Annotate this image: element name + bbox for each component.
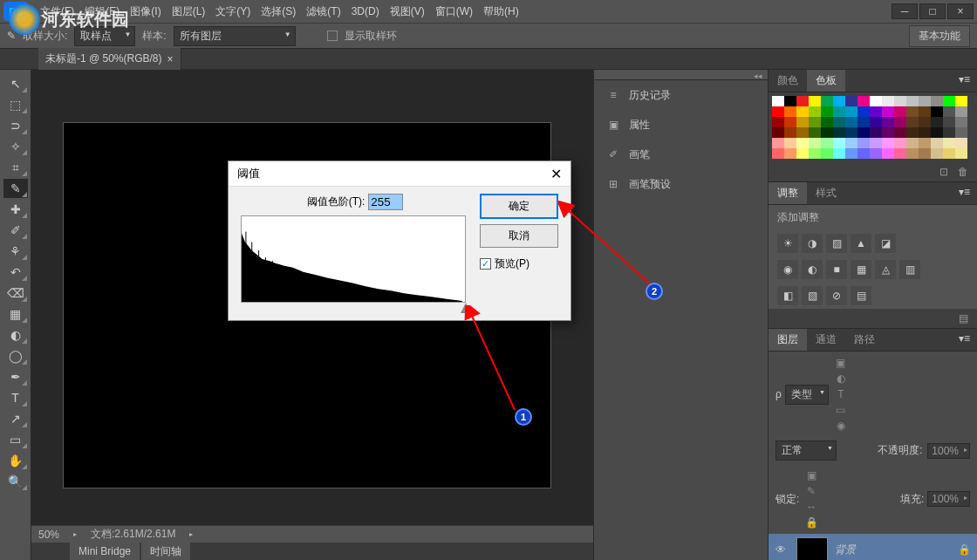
- swatch[interactable]: [845, 106, 857, 117]
- swatch[interactable]: [906, 127, 919, 138]
- app-icon[interactable]: Ps: [3, 2, 28, 21]
- panel-menu-icon[interactable]: ▾≡: [952, 70, 977, 92]
- swatch[interactable]: [784, 138, 796, 148]
- sample-size-dropdown[interactable]: 取样点: [74, 26, 135, 46]
- adjustment-icon[interactable]: ☀: [777, 234, 798, 253]
- window-close-button[interactable]: ×: [947, 3, 974, 19]
- swatch[interactable]: [931, 117, 943, 127]
- adjustment-icon[interactable]: ◑: [802, 234, 823, 253]
- swatch[interactable]: [821, 117, 833, 127]
- swatch[interactable]: [796, 138, 809, 148]
- swatch[interactable]: [821, 138, 833, 148]
- swatch[interactable]: [919, 96, 931, 106]
- adjustment-icon[interactable]: ◐: [802, 260, 823, 279]
- menu-image[interactable]: 图像(I): [125, 4, 166, 19]
- swatch[interactable]: [931, 106, 943, 117]
- pen-tool[interactable]: ✒: [3, 367, 28, 386]
- document-tab[interactable]: 未标题-1 @ 50%(RGB/8) ×: [38, 48, 181, 70]
- menu-file[interactable]: 文件(F): [35, 4, 79, 19]
- swatch[interactable]: [882, 106, 894, 117]
- marquee-tool[interactable]: ⬚: [3, 95, 28, 114]
- swatch[interactable]: [955, 127, 967, 138]
- swatch[interactable]: [796, 148, 809, 159]
- adjustment-icon[interactable]: ▨: [826, 234, 847, 253]
- menu-type[interactable]: 文字(Y): [210, 4, 256, 19]
- tab-layers[interactable]: 图层: [769, 329, 807, 351]
- panel-properties[interactable]: ▣属性: [594, 110, 768, 140]
- swatch[interactable]: [772, 96, 784, 106]
- swatch[interactable]: [857, 138, 870, 148]
- swatch[interactable]: [870, 148, 882, 159]
- opacity-input[interactable]: 100%: [927, 443, 970, 459]
- threshold-input[interactable]: [368, 194, 403, 210]
- adjustment-icon[interactable]: ▥: [899, 260, 920, 279]
- swatch[interactable]: [906, 117, 919, 127]
- menu-filter[interactable]: 滤镜(T): [301, 4, 345, 19]
- swatch[interactable]: [870, 117, 882, 127]
- blend-mode-dropdown[interactable]: 正常: [775, 440, 837, 461]
- swatch[interactable]: [943, 148, 955, 159]
- swatch[interactable]: [796, 106, 809, 117]
- swatch[interactable]: [833, 148, 845, 159]
- swatch[interactable]: [931, 96, 943, 106]
- tab-adjustments[interactable]: 调整: [769, 182, 807, 204]
- gradient-tool[interactable]: ▦: [3, 304, 28, 324]
- layer-visibility-icon[interactable]: 👁: [775, 543, 789, 556]
- swatch[interactable]: [919, 138, 931, 148]
- swatch[interactable]: [919, 106, 931, 117]
- adjustment-icon[interactable]: ▧: [802, 286, 823, 305]
- sample-dropdown[interactable]: 所有图层: [174, 26, 296, 46]
- swatch[interactable]: [894, 138, 906, 148]
- layer-filter-icon[interactable]: ▭: [832, 402, 850, 418]
- swatch[interactable]: [870, 127, 882, 138]
- swatch[interactable]: [882, 117, 894, 127]
- path-tool[interactable]: ↗: [3, 409, 28, 428]
- swatch[interactable]: [796, 117, 809, 127]
- adjustment-menu-icon[interactable]: ▤: [956, 312, 970, 324]
- lock-option-icon[interactable]: ▣: [803, 468, 820, 483]
- hand-tool[interactable]: ✋: [3, 451, 28, 470]
- dodge-tool[interactable]: ◯: [3, 346, 28, 365]
- panel-brush-presets[interactable]: ⊞画笔预设: [594, 169, 768, 199]
- swatch[interactable]: [809, 96, 821, 106]
- layer-filter-icon[interactable]: ◉: [832, 418, 850, 434]
- lock-option-icon[interactable]: ↔: [803, 499, 820, 515]
- swatch[interactable]: [784, 148, 796, 159]
- swatch[interactable]: [870, 138, 882, 148]
- layer-kind-dropdown[interactable]: 类型: [785, 385, 829, 405]
- panel-brush[interactable]: ✐画笔: [594, 140, 768, 169]
- swatch[interactable]: [833, 127, 845, 138]
- adjustment-icon[interactable]: ■: [826, 260, 847, 279]
- swatch[interactable]: [796, 127, 809, 138]
- swatch[interactable]: [870, 106, 882, 117]
- swatch[interactable]: [784, 117, 796, 127]
- collapse-icon[interactable]: ◂◂: [754, 72, 762, 80]
- layer-thumbnail[interactable]: [796, 537, 828, 560]
- lock-option-icon[interactable]: 🔒: [803, 515, 820, 530]
- swatch[interactable]: [931, 138, 943, 148]
- adjustment-icon[interactable]: ▲: [851, 234, 871, 253]
- swatch[interactable]: [894, 127, 906, 138]
- swatch[interactable]: [931, 127, 943, 138]
- shape-tool[interactable]: ▭: [3, 430, 28, 449]
- swatch[interactable]: [955, 117, 967, 127]
- adjustment-icon[interactable]: ▤: [851, 286, 871, 305]
- zoom-tool[interactable]: 🔍: [3, 472, 28, 491]
- swatch[interactable]: [833, 117, 845, 127]
- swatch[interactable]: [857, 96, 870, 106]
- window-maximize-button[interactable]: □: [919, 3, 946, 19]
- history-brush-tool[interactable]: ↶: [3, 263, 28, 282]
- swatch[interactable]: [821, 148, 833, 159]
- swatch[interactable]: [784, 127, 796, 138]
- swatch[interactable]: [772, 117, 784, 127]
- swatch[interactable]: [894, 106, 906, 117]
- swatch[interactable]: [882, 148, 894, 159]
- swatch[interactable]: [931, 148, 943, 159]
- swatch[interactable]: [955, 138, 967, 148]
- docinfo-caret-icon[interactable]: ▸: [189, 530, 193, 538]
- tab-channels[interactable]: 通道: [807, 329, 845, 351]
- eraser-tool[interactable]: ⌫: [3, 283, 28, 303]
- panel-menu-icon[interactable]: ▾≡: [952, 182, 977, 204]
- new-swatch-icon[interactable]: ⊡: [937, 166, 951, 178]
- swatch[interactable]: [943, 106, 955, 117]
